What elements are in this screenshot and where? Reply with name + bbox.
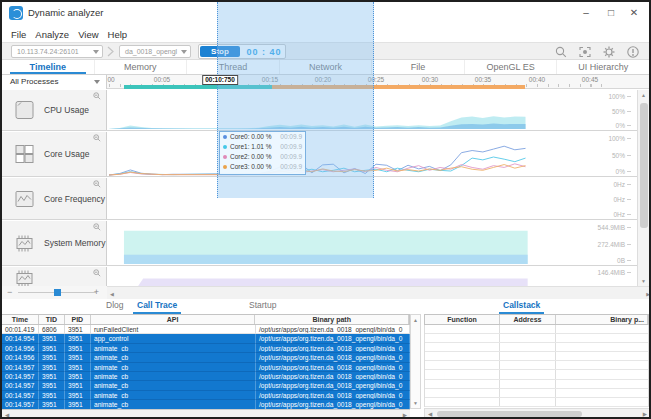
about-icon[interactable] — [626, 45, 640, 59]
tooltip-time: 00:09.9 — [280, 132, 302, 142]
tab-memory[interactable]: Memory — [95, 60, 188, 74]
scroll-left-icon[interactable]: ◀ — [428, 411, 432, 417]
scroll-right-icon[interactable]: ▶ — [646, 291, 650, 297]
device-select[interactable]: 10.113.74.24:26101 — [11, 45, 103, 58]
empty-cell — [425, 325, 500, 333]
table-cell: 3951 — [39, 334, 65, 343]
chart-row-title: Core Frequency — [44, 194, 105, 204]
empty-cell — [500, 334, 556, 342]
time-marker[interactable]: 00:10:750 — [202, 75, 238, 85]
column-header-binary-path[interactable]: Binary path — [255, 315, 409, 324]
empty-cell — [500, 370, 556, 378]
column-header-binary-p-[interactable]: Binary p... — [556, 315, 648, 324]
chart-vertical-scrollbar[interactable]: ▲ ▼ — [637, 90, 649, 286]
tab-callstack[interactable]: Callstack — [499, 299, 544, 314]
series-dot-icon — [223, 155, 227, 159]
table-cell: 00:01.419 — [2, 325, 39, 334]
settings-icon[interactable] — [602, 45, 616, 59]
table-cell: 3951 — [65, 381, 91, 390]
call-trace-horizontal-scrollbar[interactable]: ◀ ▶ — [2, 409, 410, 419]
column-header-pid[interactable]: PID — [65, 315, 91, 324]
callstack-horizontal-scrollbar[interactable]: ◀ ▶ — [424, 408, 651, 419]
scroll-right-icon[interactable]: ▶ — [643, 411, 647, 417]
column-header-address[interactable]: Address — [500, 315, 556, 324]
table-row[interactable]: 00:14.95739513951animate_cb/opt/usr/apps… — [2, 400, 410, 409]
app-icon — [9, 6, 23, 20]
process-filter-value: All Processes — [10, 77, 58, 86]
axis-label: 0Hz — [586, 196, 631, 203]
scroll-left-icon[interactable]: ◀ — [110, 291, 114, 297]
scroll-right-icon[interactable]: ▶ — [403, 412, 407, 418]
table-cell: 3951 — [39, 353, 65, 362]
scroll-up-icon[interactable]: ▲ — [413, 317, 418, 323]
column-header-tid[interactable]: TID — [39, 315, 65, 324]
cores-icon — [12, 142, 37, 167]
empty-row — [425, 370, 648, 379]
column-header-time[interactable]: Time — [2, 315, 39, 324]
table-row[interactable]: 00:14.95739513951animate_cb/opt/usr/apps… — [2, 372, 410, 381]
scroll-down-icon[interactable]: ▼ — [641, 278, 646, 284]
zoom-in-icon[interactable] — [93, 92, 101, 100]
tab-call-trace[interactable]: Call Trace — [133, 299, 181, 314]
axis-label: 0% — [586, 168, 631, 175]
axis-label: 146.4MiB — [586, 269, 631, 276]
table-row[interactable]: 00:14.95639513951animate_cb/opt/usr/apps… — [2, 353, 410, 362]
axis-label: 0Hz — [586, 181, 631, 188]
tab-dlog[interactable]: Dlog — [102, 299, 127, 312]
call-trace-header: TimeTIDPIDAPIBinary path — [2, 314, 410, 325]
tab-file[interactable]: File — [372, 60, 465, 74]
scrollbar-thumb[interactable] — [437, 411, 582, 417]
scroll-left-icon[interactable]: ◀ — [5, 412, 9, 418]
empty-cell — [425, 389, 500, 397]
axis-label: 50% — [586, 152, 631, 159]
tooltip-row: Core3: 0.00 %00:09.9 — [220, 162, 305, 172]
zoom-in-icon[interactable] — [93, 134, 101, 142]
chart-plot[interactable] — [107, 221, 639, 265]
process-filter-select[interactable]: All Processes — [2, 75, 107, 89]
table-cell: 00:14.956 — [2, 344, 39, 353]
table-row[interactable]: 00:14.95739513951animate_cb/opt/usr/apps… — [2, 381, 410, 390]
scroll-up-icon[interactable]: ▲ — [641, 92, 646, 98]
search-icon[interactable] — [554, 45, 568, 59]
zoom-in-icon[interactable] — [93, 269, 101, 277]
chart-row-title: Core Usage — [44, 149, 89, 159]
column-header-function[interactable]: Function — [425, 315, 500, 324]
empty-cell — [425, 398, 500, 406]
tab-ui-hierarchy[interactable]: UI Hierarchy — [557, 60, 649, 74]
callstack-rows — [424, 325, 649, 407]
table-cell: 3951 — [65, 400, 91, 409]
table-row[interactable]: 00:14.95639513951animate_cb/opt/usr/apps… — [2, 344, 410, 353]
table-row[interactable]: 00:14.95439513951app_control/opt/usr/app… — [2, 334, 410, 343]
tab-opengl-es[interactable]: OpenGL ES — [465, 60, 558, 74]
close-button[interactable]: ✕ — [623, 4, 645, 21]
call-trace-vertical-scrollbar[interactable]: ▲ ▼ — [410, 314, 421, 409]
screenshot-icon[interactable] — [578, 45, 592, 59]
zoom-in-icon[interactable] — [93, 223, 101, 231]
device-select-value: 10.113.74.24:26101 — [17, 48, 79, 55]
empty-cell — [425, 380, 500, 388]
table-row[interactable]: 00:14.95739513951animate_cb/opt/usr/apps… — [2, 363, 410, 372]
chevron-down-icon — [181, 50, 187, 54]
zoom-out-label[interactable]: − — [7, 286, 12, 298]
callstack-header: FunctionAddressBinary p... — [424, 314, 649, 325]
scrollbar-thumb[interactable] — [640, 103, 648, 228]
application-select[interactable]: da_0018_opengl — [119, 45, 191, 58]
table-row[interactable]: 00:01.41968063951runFailedClient/opt/usr… — [2, 325, 410, 334]
zoom-in-label[interactable]: + — [94, 286, 99, 298]
frequency-icon — [12, 186, 37, 211]
tab-timeline[interactable]: Timeline — [2, 60, 95, 74]
table-row[interactable]: 00:14.95739513951animate_cb/opt/usr/apps… — [2, 391, 410, 400]
zoom-in-icon[interactable] — [93, 180, 101, 188]
tab-startup[interactable]: Startup — [245, 299, 280, 312]
column-header-api[interactable]: API — [91, 315, 256, 324]
axis-label: 50% — [586, 108, 631, 115]
table-cell: 3951 — [65, 391, 91, 400]
chart-tooltip: Core0: 0.00 %00:09.9Core1: 1.01 %00:09.9… — [219, 131, 306, 175]
scroll-down-icon[interactable]: ▼ — [413, 400, 418, 406]
timeline-zoom-slider[interactable]: − + — [2, 286, 107, 299]
slider-handle[interactable] — [54, 289, 61, 296]
axis-label: 100% — [586, 93, 631, 100]
maximize-button[interactable]: □ — [600, 4, 622, 21]
chart-horizontal-scrollbar[interactable]: ◀ ▶ — [107, 286, 651, 299]
minimize-button[interactable]: – — [575, 4, 597, 21]
